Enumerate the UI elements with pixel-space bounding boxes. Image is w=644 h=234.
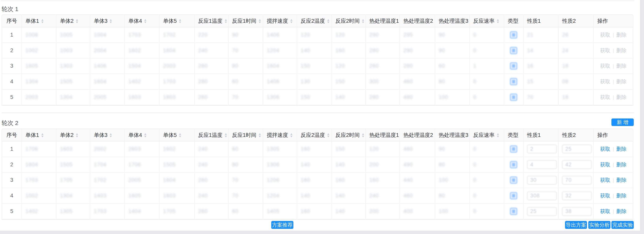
cell-prop2: 38 xyxy=(558,204,594,219)
cell-value: 240 xyxy=(198,47,208,54)
column-header-heat-temp-3[interactable]: 热处理温度3▲▼ xyxy=(435,129,470,141)
cell-stir-speed: 1206 xyxy=(263,173,297,188)
fetch-link[interactable]: 获取 xyxy=(600,192,610,199)
delete-link[interactable]: 删除 xyxy=(616,192,627,199)
fetch-link[interactable]: 获取 xyxy=(600,146,610,153)
cell-value: 90 xyxy=(439,32,445,38)
export-plan-button[interactable]: 导出方案 xyxy=(565,221,587,229)
prop2-input[interactable]: 32 xyxy=(562,191,592,200)
cell-prop2: 32 xyxy=(558,188,594,203)
delete-link[interactable]: 删除 xyxy=(616,177,627,184)
experiment-analysis-button[interactable]: 实验分析 xyxy=(588,221,610,229)
cell-actions: 获取|删除 xyxy=(594,27,633,43)
cell-value: 260 xyxy=(198,63,208,69)
column-header-monomer1[interactable]: 单体1▲▼ xyxy=(22,15,56,27)
cell-monomer3: 2002 xyxy=(90,142,125,157)
column-header-monomer2[interactable]: 单体2▲▼ xyxy=(56,129,90,141)
column-header-reaction1-time[interactable]: 反应1时间▲▼ xyxy=(228,129,263,141)
column-header-stir-speed[interactable]: 搅拌速度▲▼ xyxy=(263,15,297,27)
column-header-monomer4[interactable]: 单体4▲▼ xyxy=(125,129,160,141)
cell-monomer2: 1304 xyxy=(56,90,90,105)
caret-down-icon: ▼ xyxy=(361,21,365,23)
delete-link: 删除 xyxy=(616,47,627,54)
prop2-input[interactable]: 38 xyxy=(562,207,592,216)
cell-value: 240 xyxy=(198,193,208,199)
column-header-monomer3[interactable]: 单体3▲▼ xyxy=(90,129,125,141)
cell-value: 60 xyxy=(232,146,238,152)
column-header-stir-speed[interactable]: 搅拌速度▲▼ xyxy=(263,129,297,141)
cell-reaction1-temp: 240 xyxy=(195,142,228,157)
prop2-input[interactable]: 25 xyxy=(562,145,592,153)
column-header-monomer3[interactable]: 单体3▲▼ xyxy=(90,15,125,27)
column-label: 类型 xyxy=(508,132,518,139)
prop2-input[interactable]: 42 xyxy=(562,160,592,169)
cell-value: 90 xyxy=(232,32,238,38)
cell-value: 1705 xyxy=(60,177,73,183)
column-header-reaction1-temp[interactable]: 反应1温度▲▼ xyxy=(195,129,228,141)
delete-link[interactable]: 删除 xyxy=(616,161,627,168)
cell-value: 160 xyxy=(301,146,310,152)
prop2-input[interactable]: 70 xyxy=(562,176,592,185)
column-header-monomer1[interactable]: 单体1▲▼ xyxy=(22,129,56,141)
column-header-reaction2-temp[interactable]: 反应2温度▲▼ xyxy=(297,15,332,27)
cell-monomer2: 1305 xyxy=(56,204,90,219)
cell-stir-speed: 1405 xyxy=(263,204,297,219)
fetch-link[interactable]: 获取 xyxy=(600,177,610,184)
column-header-monomer5[interactable]: 单体5▲▼ xyxy=(160,129,195,141)
caret-down-icon: ▼ xyxy=(41,21,44,23)
complete-experiment-button[interactable]: 完成实验 xyxy=(612,221,634,229)
column-label: 搅拌速度 xyxy=(267,17,288,25)
fetch-link[interactable]: 获取 xyxy=(600,161,610,168)
add-row-button[interactable]: 新 增 xyxy=(612,119,634,126)
column-header-reaction-rate[interactable]: 反应速率▲▼ xyxy=(470,129,504,141)
cell-heat-temp-2: 480 xyxy=(400,90,435,105)
prop1-input[interactable]: 2 xyxy=(527,145,557,153)
column-header-heat-temp-2[interactable]: 热处理温度2▲▼ xyxy=(400,129,435,141)
cell-value: 440 xyxy=(403,177,413,183)
action-separator: | xyxy=(612,48,614,53)
column-header-reaction1-time[interactable]: 反应1时间▲▼ xyxy=(228,15,263,27)
column-header-reaction1-temp[interactable]: 反应1温度▲▼ xyxy=(195,15,228,27)
vertical-scrollbar[interactable] xyxy=(640,0,644,234)
column-header-reaction-rate[interactable]: 反应速率▲▼ xyxy=(470,15,504,27)
column-header-heat-temp-1[interactable]: 热处理温度1▲▼ xyxy=(366,129,400,141)
cell-value: 80 xyxy=(232,162,238,168)
delete-link: 删除 xyxy=(616,32,627,38)
delete-link: 删除 xyxy=(616,94,627,101)
cell-value: 260 xyxy=(198,177,208,183)
prop1-input[interactable]: 25 xyxy=(527,207,557,216)
column-header-heat-temp-1[interactable]: 热处理温度1▲▼ xyxy=(366,15,400,27)
column-header-heat-temp-2[interactable]: 热处理温度2▲▼ xyxy=(400,15,435,27)
column-header-reaction2-time[interactable]: 反应2时间▲▼ xyxy=(332,129,366,141)
column-header-monomer4[interactable]: 单体4▲▼ xyxy=(125,15,160,27)
column-header-monomer5[interactable]: 单体5▲▼ xyxy=(160,15,195,27)
cell-reaction2-temp: 160 xyxy=(297,204,332,219)
row-index: 2 xyxy=(2,157,22,172)
delete-link[interactable]: 删除 xyxy=(616,208,627,215)
cell-value: 1304 xyxy=(26,78,38,85)
recommend-plan-button[interactable]: 方案推荐 xyxy=(271,221,293,229)
prop1-input[interactable]: 308 xyxy=(527,191,557,200)
section-divider xyxy=(2,112,634,113)
cell-value: 1003 xyxy=(60,47,73,54)
column-header-heat-temp-3[interactable]: 热处理温度3▲▼ xyxy=(435,15,470,27)
cell-reaction2-time: 160 xyxy=(332,173,366,188)
column-header-reaction2-temp[interactable]: 反应2温度▲▼ xyxy=(297,129,332,141)
caret-down-icon: ▼ xyxy=(326,135,330,138)
cell-monomer5: 1604 xyxy=(160,43,195,58)
column-header-type: 类型 xyxy=(504,15,524,27)
cell-value: 1008 xyxy=(26,32,38,38)
cell-value: 90 xyxy=(439,47,445,54)
cell-type xyxy=(504,157,524,172)
column-label: 反应速率 xyxy=(473,132,494,139)
cell-value: 80 xyxy=(232,63,238,69)
cell-actions: 获取|删除 xyxy=(594,142,633,157)
cell-reaction2-temp: 140 xyxy=(297,43,332,58)
column-header-monomer2[interactable]: 单体2▲▼ xyxy=(56,15,90,27)
caret-down-icon: ▼ xyxy=(224,21,228,23)
fetch-link[interactable]: 获取 xyxy=(600,208,610,215)
prop1-input[interactable]: 30 xyxy=(527,176,557,185)
delete-link[interactable]: 删除 xyxy=(616,146,627,153)
column-header-reaction2-time[interactable]: 反应2时间▲▼ xyxy=(332,15,366,27)
prop1-input[interactable]: 4 xyxy=(527,160,557,169)
